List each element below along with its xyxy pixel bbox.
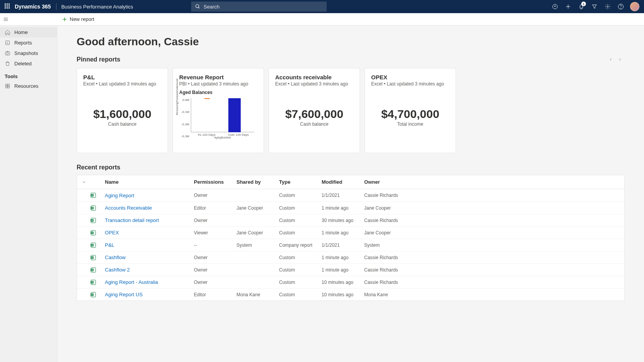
card-revenue-report[interactable]: Revenue Report PBI • Last updated 3 minu… xyxy=(173,68,264,153)
new-report-button[interactable]: New report xyxy=(57,13,99,26)
sidebar-item-snapshots[interactable]: Snapshots xyxy=(0,48,57,58)
sidebar-item-resources[interactable]: Resources xyxy=(0,81,57,91)
brand-divider xyxy=(56,3,57,10)
col-permissions[interactable]: Permissions xyxy=(194,179,236,185)
hamburger-icon[interactable] xyxy=(0,13,12,26)
sidebar-item-home[interactable]: Home xyxy=(0,27,57,38)
table-row: Aging Report USEditorMona KaneCustom10 m… xyxy=(77,288,624,301)
svg-line-1 xyxy=(199,7,200,9)
card-opex[interactable]: OPEX Excel • Last updated 3 minutes ago … xyxy=(365,68,456,153)
table-row: Aging Report - AustraliaOwnerCustom10 mi… xyxy=(77,276,624,288)
row-name[interactable]: Transaction detail report xyxy=(105,217,194,223)
row-name[interactable]: P&L xyxy=(105,242,194,248)
sidebar-item-label: Resources xyxy=(14,83,38,89)
chart-ytick: 0.0M xyxy=(182,98,189,102)
table-row: OPEXViewerJane CooperCustom1 minute agoJ… xyxy=(77,226,624,239)
chevron-right-icon[interactable] xyxy=(615,55,625,64)
search-icon xyxy=(195,4,200,9)
svg-rect-21 xyxy=(6,86,7,88)
recent-reports-title: Recent reports xyxy=(77,164,120,171)
col-type[interactable]: Type xyxy=(279,179,322,185)
row-modified: 1/1/2021 xyxy=(322,242,364,248)
sidebar-item-reports[interactable]: Reports xyxy=(0,38,57,48)
row-permissions: Owner xyxy=(194,218,236,223)
target-icon[interactable] xyxy=(549,0,561,13)
col-modified[interactable]: Modified xyxy=(322,179,364,185)
table-header: Name Permissions Shared by Type Modified… xyxy=(77,175,624,189)
trash-icon xyxy=(5,61,10,67)
row-modified: 10 minutes ago xyxy=(322,280,364,285)
row-name[interactable]: Aging Report xyxy=(105,193,194,198)
chart-ytick: -0.3M xyxy=(182,135,189,138)
row-owner: Cassie Richards xyxy=(364,193,442,198)
main-content: Good afternoon, Cassie Pinned reports P&… xyxy=(57,26,644,362)
sidebar-item-deleted[interactable]: Deleted xyxy=(0,58,57,69)
resources-icon xyxy=(5,83,10,89)
excel-icon xyxy=(90,254,96,261)
row-name[interactable]: OPEX xyxy=(105,230,194,236)
card-pnl[interactable]: P&L Excel • Last updated 3 minutes ago $… xyxy=(77,68,168,153)
excel-icon xyxy=(90,279,96,285)
sidebar-item-label: Deleted xyxy=(14,61,32,67)
card-title: P&L xyxy=(83,74,161,80)
gear-icon[interactable] xyxy=(601,0,614,13)
table-row: Aging ReportOwnerCustom1/1/2021Cassie Ri… xyxy=(77,189,624,201)
svg-rect-17 xyxy=(5,52,10,55)
row-name[interactable]: Aging Report US xyxy=(105,292,194,297)
filter-icon[interactable] xyxy=(588,0,601,13)
col-shared-by[interactable]: Shared by xyxy=(236,179,279,185)
row-permissions: Viewer xyxy=(194,230,236,236)
row-permissions: Owner xyxy=(194,193,236,198)
row-name[interactable]: Cashflow 2 xyxy=(105,267,194,273)
avatar[interactable] xyxy=(630,2,639,11)
chart-ytick: -0.2M xyxy=(182,123,189,126)
snapshots-icon xyxy=(5,50,10,56)
sort-column[interactable] xyxy=(82,180,105,184)
card-value: $4,700,000 xyxy=(381,108,439,121)
row-owner: System xyxy=(364,242,442,248)
help-icon[interactable] xyxy=(615,0,627,13)
card-title: OPEX xyxy=(371,74,449,80)
row-shared-by: Jane Cooper xyxy=(236,205,279,211)
row-shared-by: System xyxy=(236,242,279,248)
chart-bar xyxy=(228,98,241,132)
excel-icon xyxy=(90,292,96,298)
row-name[interactable]: Aging Report - Australia xyxy=(105,279,194,285)
search-input[interactable]: Search xyxy=(191,2,327,12)
row-owner: Mona Kane xyxy=(364,292,442,297)
notification-badge: 1 xyxy=(581,2,586,6)
chevron-left-icon[interactable] xyxy=(606,55,615,64)
svg-point-5 xyxy=(607,6,608,7)
row-owner: Cassie Richards xyxy=(364,255,442,260)
waffle-icon[interactable] xyxy=(5,3,11,10)
row-permissions: Owner xyxy=(194,280,236,285)
row-owner: Jane Cooper xyxy=(364,205,442,211)
row-modified: 30 minutes ago xyxy=(322,218,364,223)
row-modified: 1 minute ago xyxy=(322,230,364,236)
row-type: Custom xyxy=(279,205,322,211)
row-type: Custom xyxy=(279,280,322,285)
command-bar: New report xyxy=(0,13,644,26)
excel-icon xyxy=(90,217,96,224)
row-permissions: Editor xyxy=(194,292,236,297)
row-name[interactable]: Accounts Receivable xyxy=(105,205,194,211)
row-type: Custom xyxy=(279,193,322,198)
row-modified: 1/1/2021 xyxy=(322,193,364,198)
row-shared-by: Mona Kane xyxy=(236,292,279,297)
page-title: Good afternoon, Cassie xyxy=(77,36,625,48)
pinned-cards: P&L Excel • Last updated 3 minutes ago $… xyxy=(77,68,625,153)
recent-reports-table: Name Permissions Shared by Type Modified… xyxy=(77,175,625,301)
table-row: Transaction detail reportOwnerCustom30 m… xyxy=(77,214,624,226)
col-owner[interactable]: Owner xyxy=(364,179,442,185)
brand-title[interactable]: Dynamics 365 xyxy=(15,3,56,10)
card-accounts-receivable[interactable]: Accounts receivable Excel • Last updated… xyxy=(269,68,360,153)
card-subtitle: Excel • Last updated 3 minutes ago xyxy=(371,81,449,87)
notifications-icon[interactable]: 1 xyxy=(575,0,587,13)
row-modified: 1 minute ago xyxy=(322,255,364,260)
row-name[interactable]: Cashflow xyxy=(105,254,194,260)
svg-point-7 xyxy=(621,8,621,9)
svg-rect-20 xyxy=(8,84,9,86)
row-type: Custom xyxy=(279,267,322,273)
plus-icon[interactable] xyxy=(562,0,574,13)
col-name[interactable]: Name xyxy=(105,179,194,185)
